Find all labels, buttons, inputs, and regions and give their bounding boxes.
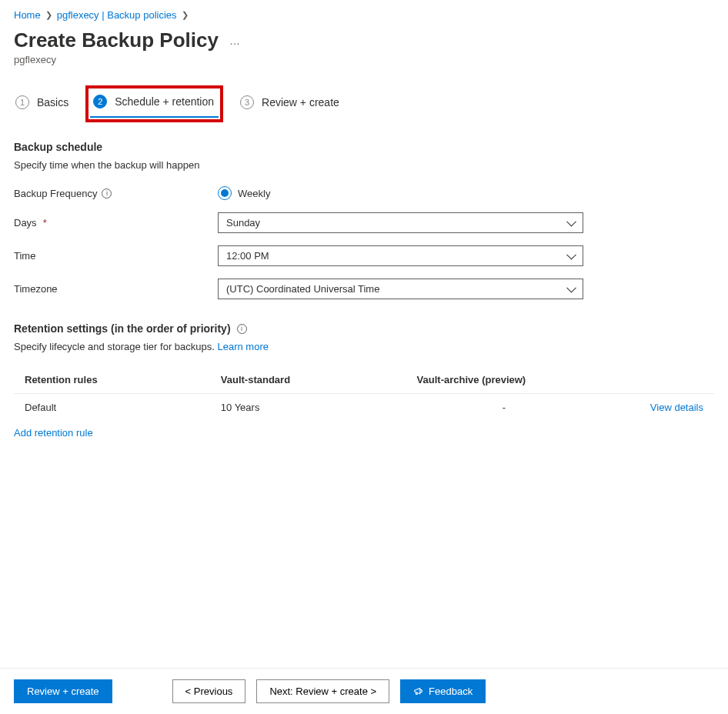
label-time: Time bbox=[14, 250, 218, 262]
tab-label: Schedule + retention bbox=[115, 95, 214, 108]
dropdown-time[interactable]: 12:00 PM bbox=[218, 245, 583, 266]
dropdown-value: (UTC) Coordinated Universal Time bbox=[226, 283, 379, 295]
cell-vault-archive: - bbox=[406, 394, 603, 422]
label-text: Backup Frequency bbox=[14, 188, 97, 199]
radio-weekly[interactable]: Weekly bbox=[218, 186, 270, 200]
cell-rule-name: Default bbox=[14, 394, 210, 422]
section-heading-backup-schedule: Backup schedule bbox=[14, 141, 714, 153]
add-retention-rule-link[interactable]: Add retention rule bbox=[14, 427, 714, 439]
label-text: Timezone bbox=[14, 283, 58, 295]
tab-schedule-retention[interactable]: 2 Schedule + retention bbox=[90, 90, 219, 118]
col-retention-rules: Retention rules bbox=[14, 366, 210, 394]
section-heading-retention: Retention settings (in the order of prio… bbox=[14, 322, 231, 335]
desc-text: Specify lifecycle and storage tier for b… bbox=[14, 341, 217, 352]
dropdown-value: Sunday bbox=[226, 217, 260, 229]
radio-icon bbox=[218, 186, 232, 200]
section-desc: Specify time when the backup will happen bbox=[14, 159, 714, 171]
section-desc-retention: Specify lifecycle and storage tier for b… bbox=[14, 341, 714, 352]
learn-more-link[interactable]: Learn more bbox=[217, 341, 268, 352]
required-asterisk: * bbox=[43, 217, 47, 229]
page-subtitle: pgflexecy bbox=[14, 54, 714, 65]
dropdown-value: 12:00 PM bbox=[226, 250, 269, 262]
label-backup-frequency: Backup Frequency i bbox=[14, 188, 218, 199]
table-row: Default 10 Years - View details bbox=[14, 394, 714, 422]
label-days: Days * bbox=[14, 217, 218, 229]
dropdown-timezone[interactable]: (UTC) Coordinated Universal Time bbox=[218, 279, 583, 299]
footer-actions: Review + create < Previous Next: Review … bbox=[0, 669, 728, 714]
label-text: Time bbox=[14, 250, 35, 262]
retention-table: Retention rules Vault-standard Vault-arc… bbox=[14, 366, 714, 421]
button-label: Feedback bbox=[429, 686, 473, 697]
previous-button[interactable]: < Previous bbox=[172, 679, 246, 703]
breadcrumb: Home ❯ pgflexecy | Backup policies ❯ bbox=[14, 9, 714, 21]
view-details-link[interactable]: View details bbox=[650, 402, 703, 413]
tab-label: Basics bbox=[37, 96, 68, 108]
breadcrumb-backup-policies[interactable]: pgflexecy | Backup policies bbox=[57, 9, 177, 21]
chevron-right-icon: ❯ bbox=[182, 10, 189, 20]
tab-label: Review + create bbox=[262, 96, 339, 108]
col-vault-archive: Vault-archive (preview) bbox=[406, 366, 603, 394]
label-text: Days bbox=[14, 217, 37, 229]
cell-vault-standard: 10 Years bbox=[210, 394, 406, 422]
next-button[interactable]: Next: Review + create > bbox=[256, 679, 389, 703]
step-number: 2 bbox=[93, 95, 107, 108]
col-vault-standard: Vault-standard bbox=[210, 366, 406, 394]
step-number: 1 bbox=[15, 95, 29, 109]
review-create-button[interactable]: Review + create bbox=[14, 679, 112, 703]
wizard-tabs: 1 Basics 2 Schedule + retention 3 Review… bbox=[14, 90, 714, 118]
page-title: Create Backup Policy bbox=[14, 28, 219, 52]
megaphone-icon bbox=[413, 686, 424, 697]
tab-basics[interactable]: 1 Basics bbox=[14, 91, 70, 117]
more-menu-icon[interactable]: … bbox=[229, 35, 242, 47]
tab-review-create[interactable]: 3 Review + create bbox=[239, 91, 341, 117]
feedback-button[interactable]: Feedback bbox=[400, 679, 486, 703]
dropdown-days[interactable]: Sunday bbox=[218, 212, 583, 233]
info-icon[interactable]: i bbox=[237, 324, 247, 334]
label-timezone: Timezone bbox=[14, 283, 218, 295]
radio-label: Weekly bbox=[238, 188, 270, 199]
breadcrumb-home[interactable]: Home bbox=[14, 9, 41, 21]
chevron-right-icon: ❯ bbox=[45, 10, 52, 20]
info-icon[interactable]: i bbox=[102, 189, 112, 199]
step-number: 3 bbox=[240, 95, 254, 109]
